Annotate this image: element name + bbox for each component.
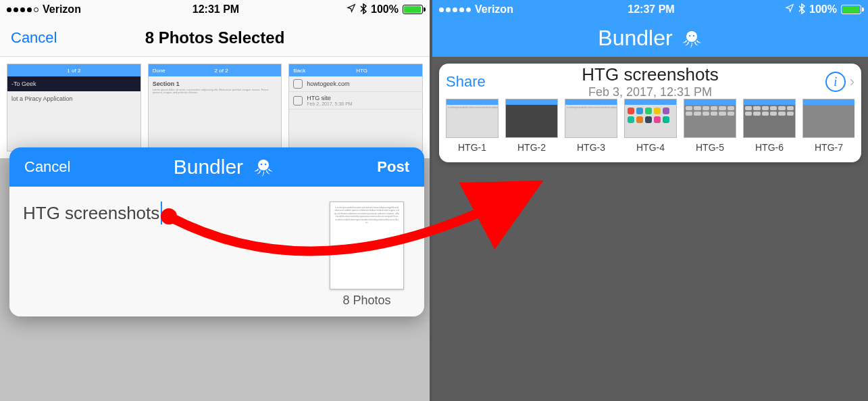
card-done: Done <box>153 68 165 74</box>
svg-point-0 <box>258 160 269 170</box>
card-body-placeholder: Lorem ipsum dolor sit amet, consectetur … <box>153 89 278 95</box>
modal-title: Bundler <box>174 156 243 179</box>
nav-title: Bundler <box>598 26 672 51</box>
left-screenshot: Verizon 12:31 PM 100% Cancel 8 Photos Se… <box>0 0 432 401</box>
battery-icon <box>841 5 861 14</box>
bluetooth-icon <box>798 3 805 16</box>
thumb-caption: HTG-2 <box>505 142 558 153</box>
bluetooth-icon <box>360 3 367 16</box>
card-counter: 1 of 2 <box>67 68 80 74</box>
signal-dots-icon <box>439 7 471 12</box>
octopus-icon <box>677 26 703 51</box>
bundle-date: Feb 3, 2017, 12:31 PM <box>446 85 854 99</box>
battery-percent: 100% <box>371 3 399 16</box>
info-icon: i <box>825 72 846 92</box>
thumb-caption: HTG-4 <box>624 142 677 153</box>
modal-post-button[interactable]: Post <box>377 158 409 176</box>
attachment-caption: 8 Photos <box>323 293 411 308</box>
card-link-row: HTG site Feb 2, 2017, 5:36 PM <box>289 92 422 110</box>
svg-point-2 <box>265 164 267 166</box>
bundle-info-button[interactable]: i › <box>825 72 854 92</box>
thumb-caption: HTG-6 <box>743 142 796 153</box>
nav-bar-left: Cancel 8 Photos Selected <box>0 19 430 57</box>
thumb-item[interactable]: HTG-7 <box>802 99 854 153</box>
svg-point-3 <box>686 31 697 42</box>
carrier-label: Verizon <box>43 3 81 16</box>
attachment-preview[interactable]: Loremipsumdolorsitametconsecteturadipisc… <box>323 202 411 308</box>
clock: 12:31 PM <box>193 3 239 16</box>
status-bar-left: Verizon 12:31 PM 100% <box>0 0 430 19</box>
thumb-item[interactable]: Loremipsumdolorsitametconsecteturadipisc… <box>565 99 617 153</box>
card-subline: lot a Piracy Application <box>7 91 141 108</box>
card-dark-title: -To Geek <box>7 76 141 91</box>
thumb-caption: HTG-1 <box>446 142 499 153</box>
photo-grid: 1 of 2 -To Geek lot a Piracy Application… <box>0 57 430 158</box>
octopus-icon <box>249 156 274 179</box>
chevron-right-icon: › <box>850 73 854 91</box>
thumb-item[interactable]: HTG-2 <box>505 99 558 153</box>
card-counter: 2 of 2 <box>215 68 228 74</box>
location-icon <box>347 3 356 16</box>
battery-percent: 100% <box>809 3 837 16</box>
thumb-item[interactable]: HTG-6 <box>743 99 796 153</box>
thumb-caption: HTG-5 <box>684 142 736 153</box>
share-button[interactable]: Share <box>446 73 486 91</box>
doc-icon <box>293 96 303 105</box>
nav-title: 8 Photos Selected <box>145 28 285 47</box>
clock: 12:37 PM <box>628 3 674 16</box>
bundle-title: HTG screenshots <box>446 64 854 85</box>
location-icon <box>785 3 794 16</box>
card-link-label: howtogeek.com <box>307 80 349 87</box>
signal-dots-icon <box>7 7 39 12</box>
grid-card-3[interactable]: BackHTG howtogeek.com HTG site Feb 2, 20… <box>288 64 423 151</box>
thumb-caption: HTG-7 <box>802 142 854 153</box>
card-section-label: Section 1 <box>153 80 180 87</box>
grid-card-2[interactable]: Done2 of 2 Section 1 Lorem ipsum dolor s… <box>148 64 282 151</box>
card-link-label: HTG site <box>307 95 352 101</box>
nav-bar-right: Bundler <box>432 19 868 57</box>
svg-point-4 <box>688 34 690 37</box>
compose-modal: Cancel Bundler Post HTG screenshots Lore… <box>9 147 424 316</box>
compose-text-value: HTG screenshots <box>23 203 159 224</box>
thumb-item[interactable]: HTG-5 <box>684 99 736 153</box>
grid-card-1[interactable]: 1 of 2 -To Geek lot a Piracy Application <box>7 64 141 151</box>
modal-cancel-button[interactable]: Cancel <box>24 158 70 176</box>
carrier-label: Verizon <box>475 3 513 16</box>
doc-icon <box>293 79 303 89</box>
right-screenshot: Verizon 12:37 PM 100% Bundler Share <box>432 0 868 401</box>
card-back: Back <box>293 68 305 74</box>
empty-area <box>432 169 868 401</box>
text-caret-icon <box>161 202 162 225</box>
card-title: HTG <box>356 68 367 74</box>
thumbnail-strip[interactable]: Loremipsumdolorsitametconsecteturadipisc… <box>446 99 854 153</box>
status-bar-right: Verizon 12:37 PM 100% <box>432 0 868 19</box>
cancel-button[interactable]: Cancel <box>11 29 57 47</box>
card-link-row: howtogeek.com <box>289 76 422 92</box>
thumb-item[interactable]: HTG-4 <box>624 99 677 153</box>
battery-icon <box>403 5 423 14</box>
thumb-item[interactable]: Loremipsumdolorsitametconsecteturadipisc… <box>446 99 499 153</box>
thumb-caption: HTG-3 <box>565 142 617 153</box>
svg-point-5 <box>692 34 694 37</box>
attachment-thumb: Loremipsumdolorsitametconsecteturadipisc… <box>330 202 404 289</box>
bundle-card: Share HTG screenshots Feb 3, 2017, 12:31… <box>439 64 861 162</box>
card-link-sublabel: Feb 2, 2017, 5:36 PM <box>307 101 352 106</box>
compose-text-input[interactable]: HTG screenshots <box>23 202 309 225</box>
svg-point-1 <box>261 164 263 166</box>
